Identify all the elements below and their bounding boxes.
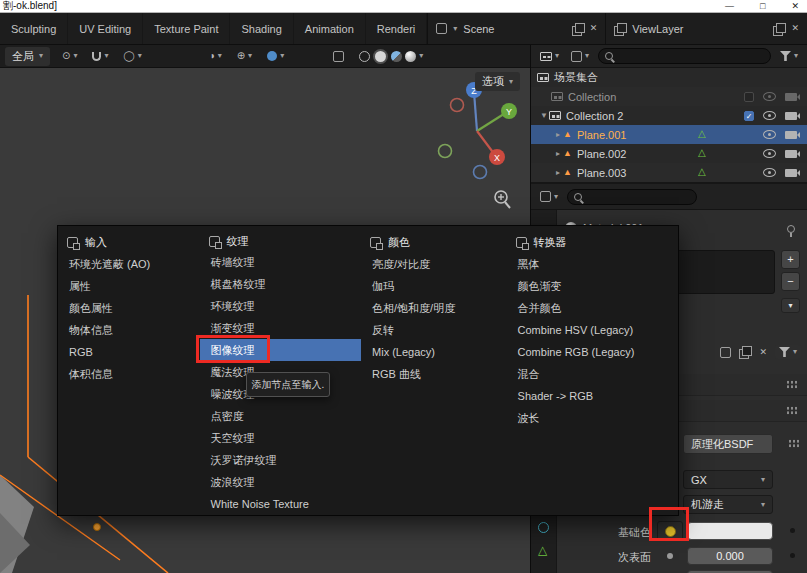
axis-neg-z-ball[interactable]: [474, 166, 487, 179]
menu-item-white-noise-texture[interactable]: White Noise Texture: [200, 493, 361, 515]
slot-specials-dropdown[interactable]: ▾: [781, 298, 800, 313]
axis-neg-x-ball[interactable]: [451, 99, 464, 112]
close-button[interactable]: ✕: [791, 0, 799, 13]
outliner-row-scene-collection[interactable]: 场景集合: [531, 68, 807, 87]
chevron-down-icon[interactable]: ▾: [419, 52, 423, 60]
proportional-edit-dropdown[interactable]: ◯ ▾: [120, 49, 144, 63]
expand-caret-icon[interactable]: ▼: [539, 111, 549, 120]
menu-item-point-density[interactable]: 点密度: [200, 405, 361, 427]
render-visibility-icon[interactable]: [785, 93, 797, 101]
menu-item-object-info[interactable]: 物体信息: [58, 319, 200, 341]
expand-caret-icon[interactable]: ▸: [553, 130, 563, 139]
hide-eye-icon[interactable]: [763, 130, 776, 139]
new-material-icon[interactable]: [739, 346, 751, 358]
subsurface-socket-icon[interactable]: [667, 553, 673, 559]
chevron-down-icon[interactable]: ▾: [453, 25, 457, 33]
maximize-button[interactable]: □: [760, 0, 765, 13]
zoom-tool-icon[interactable]: [495, 191, 510, 208]
expand-caret-icon[interactable]: ▸: [553, 149, 563, 158]
menu-item-hsv[interactable]: 色相/饱和度/明度: [361, 297, 507, 319]
outliner-row-plane-001[interactable]: ▸ ▲ Plane.001 △: [531, 125, 807, 144]
pivot-point-dropdown[interactable]: ⊙ ▾: [59, 49, 80, 63]
menu-item-combine-rgb-legacy[interactable]: Combine RGB (Legacy): [507, 341, 678, 363]
render-visibility-icon[interactable]: [785, 169, 797, 177]
editor-type-dropdown[interactable]: ▾: [537, 189, 561, 204]
unlink-material-icon[interactable]: ✕: [759, 348, 767, 357]
menu-item-rgb[interactable]: RGB: [58, 341, 200, 363]
menu-item-mix-legacy[interactable]: Mix (Legacy): [361, 341, 507, 363]
menu-item-combine-color[interactable]: 合并颜色: [507, 297, 678, 319]
exclude-checkbox[interactable]: [744, 92, 754, 102]
hide-eye-icon[interactable]: [763, 92, 776, 101]
tab-shading[interactable]: Shading: [230, 13, 293, 44]
tab-animation[interactable]: Animation: [294, 13, 366, 44]
outliner-row-collection[interactable]: Collection: [531, 87, 807, 106]
render-visibility-icon[interactable]: [785, 150, 797, 158]
menu-item-attribute[interactable]: 属性: [58, 275, 200, 297]
rendered-shading-icon[interactable]: [405, 51, 416, 62]
surface-shader-button[interactable]: 原理化BSDF: [683, 434, 773, 454]
menu-item-wavelength[interactable]: 波长: [507, 407, 678, 429]
drag-dots-icon[interactable]: [786, 380, 799, 389]
transform-orientation-dropdown[interactable]: 全局 ▾: [5, 47, 50, 66]
menu-item-environment-texture[interactable]: 环境纹理: [200, 295, 361, 317]
menu-item-mix[interactable]: 混合: [507, 363, 678, 385]
object-data-tab-icon[interactable]: △: [538, 544, 547, 556]
expand-caret-icon[interactable]: ▸: [553, 168, 563, 177]
menu-item-checker-texture[interactable]: 棋盘格纹理: [200, 273, 361, 295]
menu-item-color-ramp[interactable]: 颜色渐变: [507, 275, 678, 297]
animate-dot-icon[interactable]: [790, 528, 795, 533]
solid-shading-selected[interactable]: [373, 49, 388, 64]
snap-dropdown[interactable]: ▾: [89, 50, 111, 63]
outliner-row-plane-003[interactable]: ▸ ▲ Plane.003 △: [531, 163, 807, 182]
menu-item-wave-texture[interactable]: 波浪纹理: [200, 471, 361, 493]
distribution-dropdown[interactable]: GX ▾: [683, 470, 773, 489]
animate-dot-icon[interactable]: [790, 553, 795, 558]
menu-item-ambient-occlusion[interactable]: 环境光遮蔽 (AO): [58, 253, 200, 275]
tab-sculpting[interactable]: Sculpting: [0, 13, 68, 44]
outliner-display-mode-dropdown[interactable]: ▾: [537, 50, 562, 63]
outliner-row-collection2[interactable]: ▼ Collection 2 ✓: [531, 106, 807, 125]
new-scene-icon[interactable]: [572, 23, 584, 35]
hide-eye-icon[interactable]: [763, 168, 776, 177]
hide-eye-icon[interactable]: [763, 111, 776, 120]
hide-eye-icon[interactable]: [763, 149, 776, 158]
render-visibility-icon[interactable]: [785, 131, 797, 139]
menu-item-combine-hsv-legacy[interactable]: Combine HSV (Legacy): [507, 319, 678, 341]
outliner-search-input[interactable]: [598, 48, 771, 64]
scene-name[interactable]: Scene: [463, 23, 494, 35]
remove-viewlayer-icon[interactable]: ✕: [791, 24, 799, 33]
menu-item-blackbody[interactable]: 黑体: [507, 253, 678, 275]
pin-icon[interactable]: [787, 225, 795, 233]
viewlayer-name[interactable]: ViewLayer: [632, 23, 683, 35]
properties-search-input[interactable]: [567, 189, 697, 205]
menu-item-brick-texture[interactable]: 砖墙纹理: [200, 251, 361, 273]
material-specials-dropdown[interactable]: ▾: [775, 345, 801, 359]
drag-dots-icon[interactable]: [786, 406, 799, 415]
viewport-options-dropdown[interactable]: 选项 ▾: [475, 72, 520, 91]
outliner-filter-dropdown[interactable]: ▾: [777, 49, 801, 63]
fake-user-icon[interactable]: [720, 347, 731, 358]
subsurface-value-field[interactable]: 0.000: [687, 547, 773, 565]
outliner-row-plane-002[interactable]: ▸ ▲ Plane.002 △: [531, 144, 807, 163]
navigation-gizmo[interactable]: Z Y X: [439, 82, 518, 179]
xray-toggle[interactable]: ▾: [264, 49, 287, 63]
overlays-dropdown[interactable]: ⊕ ▾: [234, 49, 255, 63]
render-visibility-icon[interactable]: [785, 112, 797, 120]
subsurface-method-dropdown[interactable]: 机游走 ▾: [683, 495, 773, 514]
axis-neg-y-ball[interactable]: [439, 145, 452, 158]
tab-texture-paint[interactable]: Texture Paint: [143, 13, 230, 44]
show-gizmo-dropdown[interactable]: ◑ ▾: [206, 49, 225, 63]
menu-item-gamma[interactable]: 伽玛: [361, 275, 507, 297]
minimize-button[interactable]: —: [725, 0, 734, 13]
menu-item-sky-texture[interactable]: 天空纹理: [200, 427, 361, 449]
physics-tab-icon[interactable]: [538, 522, 549, 533]
tab-rendering[interactable]: Renderi: [366, 13, 428, 44]
menu-item-rgb-curves[interactable]: RGB 曲线: [361, 363, 507, 385]
exclude-checkbox[interactable]: ✓: [744, 111, 754, 121]
drag-dots-icon[interactable]: [788, 439, 801, 448]
new-viewlayer-icon[interactable]: [773, 23, 785, 35]
menu-item-bright-contrast[interactable]: 亮度/对比度: [361, 253, 507, 275]
outliner-options-dropdown[interactable]: ▾: [568, 49, 592, 64]
material-shading-icon[interactable]: [391, 51, 402, 62]
